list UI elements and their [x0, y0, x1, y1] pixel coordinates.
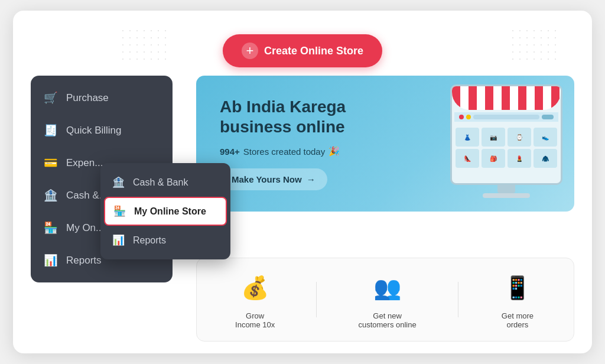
grow-income-icon: 💰 — [238, 270, 273, 306]
decorative-dots-right — [509, 27, 557, 63]
feature-new-customers: 👥 Get newcustomers online — [358, 270, 416, 329]
banner-text-block: Ab India Karega business online 994+ Sto… — [220, 97, 346, 190]
product-cell-4: 👟 — [534, 128, 557, 147]
dropdown-menu: 🏦 Cash & Bank 🏪 My Online Store 📊 Report… — [100, 163, 230, 259]
dropdown-item-cash-bank[interactable]: 🏦 Cash & Bank — [100, 168, 230, 197]
product-grid: 👗 📷 ⌚ 👟 👠 🎒 💄 🧥 — [452, 124, 561, 171]
more-orders-icon: 📱 — [500, 270, 535, 306]
decorative-dots-left — [119, 27, 167, 63]
sidebar-item-quick-billing[interactable]: 🧾 Quick Billing — [31, 114, 173, 147]
billing-icon: 🧾 — [44, 124, 58, 137]
banner-cta-label: Make Yours Now — [232, 174, 302, 184]
dropdown-my-online-store-label: My Online Store — [134, 206, 206, 217]
feature-more-orders: 📱 Get moreorders — [500, 270, 535, 329]
sidebar-item-purchase-label: Purchase — [66, 92, 109, 104]
feature-divider-1 — [316, 282, 317, 317]
product-cell-6: 🎒 — [482, 149, 505, 168]
product-cell-3: ⌚ — [508, 128, 531, 147]
dropdown-reports-icon: 📊 — [112, 234, 125, 246]
features-section: 💰 GrowIncome 10x 👥 Get newcustomers onli… — [196, 258, 574, 342]
plus-circle-icon: + — [242, 43, 258, 59]
device-base — [483, 193, 530, 198]
product-cell-2: 📷 — [482, 128, 505, 147]
product-cell-1: 👗 — [456, 128, 479, 147]
sidebar-item-store-label: My On... — [66, 222, 104, 234]
dropdown-bank-icon: 🏦 — [112, 176, 125, 188]
dropdown-reports-label: Reports — [133, 235, 166, 246]
sidebar-item-billing-label: Quick Billing — [66, 125, 122, 136]
banner-heading: Ab India Karega business online — [220, 97, 346, 136]
product-cell-8: 🧥 — [534, 149, 557, 168]
store-illustration: 👗 📷 ⌚ 👟 👠 🎒 💄 🧥 — [450, 84, 562, 198]
banner-stores-count: 994+ Stores created today 🎉 — [220, 146, 346, 157]
expense-icon: 💳 — [44, 156, 58, 170]
new-customers-label: Get newcustomers online — [358, 311, 416, 329]
arrow-icon: → — [307, 174, 315, 184]
sidebar-item-expense-label: Expen... — [66, 157, 103, 169]
cart-icon: 🛒 — [44, 91, 58, 105]
device-stand — [497, 185, 515, 193]
dropdown-cash-bank-label: Cash & Bank — [133, 177, 188, 188]
banner-cta-button[interactable]: Make Yours Now → — [220, 168, 327, 190]
store-awning — [452, 86, 561, 110]
sidebar-item-reports-label: Reports — [66, 255, 102, 266]
device-frame: 👗 📷 ⌚ 👟 👠 🎒 💄 🧥 — [450, 84, 562, 185]
product-cell-5: 👠 — [456, 149, 479, 168]
product-cell-7: 💄 — [508, 149, 531, 168]
bank-icon: 🏦 — [44, 188, 58, 202]
grow-income-label: GrowIncome 10x — [235, 311, 275, 329]
create-store-button[interactable]: + Create Online Store — [223, 34, 382, 67]
main-container: + Create Online Store 🛒 Purchase 🧾 Quick… — [13, 11, 592, 353]
store-icon: 🏪 — [44, 221, 58, 235]
sidebar-item-purchase[interactable]: 🛒 Purchase — [31, 82, 173, 114]
dropdown-item-reports[interactable]: 📊 Reports — [100, 226, 230, 255]
dropdown-item-my-online-store[interactable]: 🏪 My Online Store — [104, 197, 227, 226]
dropdown-store-icon: 🏪 — [113, 205, 126, 217]
more-orders-label: Get moreorders — [502, 311, 534, 329]
promo-banner: Ab India Karega business online 994+ Sto… — [196, 76, 574, 212]
reports-icon: 📊 — [44, 254, 58, 267]
feature-divider-2 — [458, 282, 458, 317]
create-store-label: Create Online Store — [264, 45, 363, 57]
feature-grow-income: 💰 GrowIncome 10x — [235, 270, 275, 329]
new-customers-icon: 👥 — [370, 270, 405, 306]
